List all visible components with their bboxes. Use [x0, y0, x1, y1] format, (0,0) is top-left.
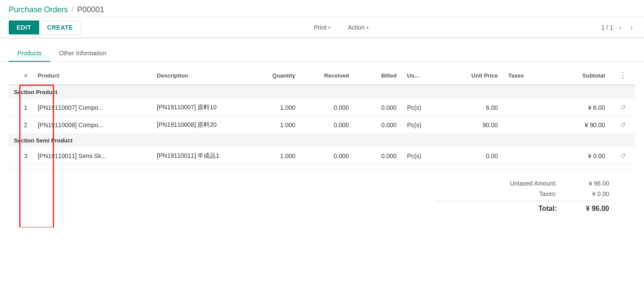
untaxed-amount-label: Untaxed Amount:: [435, 180, 557, 187]
table-cell: [PN19110011] Semi Sk...: [33, 147, 152, 165]
print-label: Print: [314, 24, 326, 31]
untaxed-amount-row: Untaxed Amount: ¥ 96.00: [435, 178, 609, 189]
totals-section: Untaxed Amount: ¥ 96.00 Taxes: ¥ 0.00 To…: [9, 169, 635, 219]
col-header-subtotal: Subtotal: [551, 66, 610, 85]
table-cell: [PN19110008] Compo...: [33, 116, 152, 134]
table-cell: [PN19110011] 半成品1: [152, 147, 247, 165]
section-header-row: Section Product: [9, 85, 635, 99]
edit-button[interactable]: EDIT: [9, 20, 39, 34]
pagination: 1 / 1 ‹ ›: [601, 23, 635, 32]
table-row[interactable]: 3[PN19110011] Semi Sk...[PN19110011] 半成品…: [9, 147, 635, 165]
toolbar-divider: [0, 38, 644, 38]
table-cell: 0.000: [354, 147, 402, 165]
col-header-received: Received: [301, 66, 354, 85]
products-table: # Product Description Quantity Received …: [9, 66, 635, 165]
table-cell: 1: [9, 99, 33, 116]
breadcrumb-main[interactable]: Purchase Orders: [9, 5, 68, 14]
pagination-text: 1 / 1: [601, 24, 613, 31]
table-cell: 0.000: [301, 147, 354, 165]
table-cell: 90.00: [444, 116, 503, 134]
prev-button[interactable]: ‹: [617, 23, 624, 32]
table-cell: Pc(s): [402, 99, 444, 116]
table-cell: [PN19110007] 原料10: [152, 99, 247, 116]
col-header-uom: Uo...: [402, 66, 444, 85]
table-cell: ¥ 6.00: [551, 99, 610, 116]
table-area: # Product Description Quantity Received …: [0, 66, 644, 227]
table-cell: 0.00: [444, 147, 503, 165]
table-row[interactable]: 1[PN19110007] Compo...[PN19110007] 原料101…: [9, 99, 635, 116]
grand-total-row: Total: ¥ 96.00: [435, 201, 609, 214]
table-cell: 0.000: [354, 116, 402, 134]
more-icon[interactable]: ⋮: [619, 71, 627, 80]
table-cell: [503, 147, 550, 165]
col-header-unit-price: Unit Price: [444, 66, 503, 85]
table-cell: Pc(s): [402, 147, 444, 165]
print-chevron-icon: ▾: [328, 25, 330, 30]
col-header-taxes: Taxes: [503, 66, 550, 85]
col-header-actions: ⋮: [610, 66, 635, 85]
col-header-product: Product: [33, 66, 152, 85]
tabs: Products Other Information: [0, 45, 644, 62]
taxes-row: Taxes: ¥ 0.00: [435, 189, 609, 199]
table-cell: [503, 99, 550, 116]
table-cell: ¥ 90.00: [551, 116, 610, 134]
table-cell: [PN19110007] Compo...: [33, 99, 152, 116]
table-cell: 0.000: [301, 99, 354, 116]
history-icon[interactable]: ↺: [610, 147, 635, 165]
table-cell: 0.000: [354, 99, 402, 116]
taxes-value: ¥ 0.00: [574, 190, 609, 197]
col-header-billed: Billed: [354, 66, 402, 85]
table-cell: 1.000: [247, 99, 301, 116]
tab-other-information[interactable]: Other Information: [50, 45, 115, 62]
breadcrumb: Purchase Orders / P00001: [0, 0, 644, 17]
create-button[interactable]: CREATE: [39, 20, 81, 35]
col-header-quantity: Quantity: [247, 66, 301, 85]
table-cell: 0.000: [301, 116, 354, 134]
breadcrumb-separator: /: [71, 5, 74, 14]
table-cell: 6.00: [444, 99, 503, 116]
print-button[interactable]: Print ▾: [309, 21, 335, 34]
table-cell: ¥ 0.00: [551, 147, 610, 165]
next-button[interactable]: ›: [628, 23, 635, 32]
table-cell: 2: [9, 116, 33, 134]
table-cell: 3: [9, 147, 33, 165]
table-row[interactable]: 2[PN19110008] Compo...[PN19110008] 原料201…: [9, 116, 635, 134]
col-header-num: #: [9, 66, 33, 85]
section-header-row: Section Semi Product: [9, 134, 635, 148]
total-label: Total:: [435, 205, 557, 213]
table-cell: Pc(s): [402, 116, 444, 134]
action-label: Action: [348, 24, 365, 31]
toolbar-middle: Print ▾ Action ▾: [81, 21, 601, 34]
action-chevron-icon: ▾: [366, 25, 369, 30]
history-icon[interactable]: ↺: [610, 99, 635, 116]
col-header-description: Description: [152, 66, 247, 85]
table-cell: [503, 116, 550, 134]
breadcrumb-sub: P00001: [77, 5, 104, 14]
taxes-label: Taxes:: [435, 190, 557, 197]
toolbar: EDIT CREATE Print ▾ Action ▾ 1 / 1 ‹ ›: [0, 17, 644, 38]
history-icon[interactable]: ↺: [610, 116, 635, 134]
table-cell: [PN19110008] 原料20: [152, 116, 247, 134]
table-cell: 1.000: [247, 116, 301, 134]
total-value: ¥ 96.00: [574, 205, 609, 213]
tab-products[interactable]: Products: [9, 45, 50, 62]
table-cell: 1.000: [247, 147, 301, 165]
untaxed-amount-value: ¥ 96.00: [574, 180, 609, 187]
action-button[interactable]: Action ▾: [343, 21, 373, 34]
table-wrapper: # Product Description Quantity Received …: [9, 66, 635, 165]
